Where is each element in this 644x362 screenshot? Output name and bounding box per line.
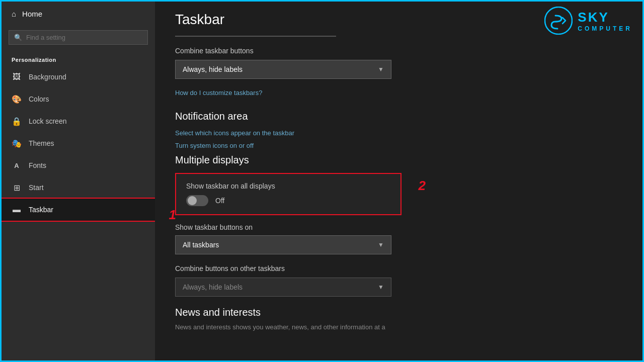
logo-sky-label: SKY [578,10,632,25]
sidebar-item-colors[interactable]: 🎨 Colors [2,88,155,110]
lock-screen-icon: 🔒 [12,116,22,126]
show-taskbar-toggle-box: Show taskbar on all displays Off 2 [175,173,401,215]
home-label: Home [22,10,42,18]
combine-other-arrow-icon: ▼ [378,284,384,291]
notification-area-header: Notification area [175,111,622,122]
combine-other-label: Combine buttons on other taskbars [175,264,622,273]
search-container: 🔍 [2,26,155,52]
all-taskbars-arrow-icon: ▼ [378,241,384,248]
sidebar: ⌂ Home 🔍 Personalization 🖼 Background 🎨 … [2,2,155,360]
multiple-displays-header: Multiple displays [175,154,622,166]
toggle-knob [188,196,197,205]
logo-computer-label: COMPUTER [578,25,632,32]
sidebar-item-lock-screen[interactable]: 🔒 Lock screen [2,110,155,132]
show-taskbar-label: Show taskbar on all displays [186,182,390,190]
logo-text: SKY COMPUTER [578,10,632,32]
show-taskbar-toggle[interactable] [186,195,208,206]
lock-screen-label: Lock screen [29,117,66,125]
themes-icon: 🎭 [12,138,22,148]
combine-value: Always, hide labels [183,65,243,73]
toggle-row: Off [186,195,390,206]
combine-other-dropdown[interactable]: Always, hide labels ▼ [175,278,391,297]
sidebar-item-background[interactable]: 🖼 Background [2,66,155,88]
all-taskbars-value: All taskbars [183,241,219,249]
combine-other-value: Always, hide labels [183,283,243,291]
home-nav-item[interactable]: ⌂ Home [2,2,155,26]
background-label: Background [29,73,66,81]
fonts-icon: A [12,160,22,170]
taskbar-label: Taskbar [29,206,53,214]
start-icon: ⊞ [12,183,22,193]
show-buttons-label: Show taskbar buttons on [175,223,622,231]
sky-computer-logo-icon [544,7,573,35]
logo-area: SKY COMPUTER [544,7,632,35]
notification-icons-link[interactable]: Select which icons appear on the taskbar [175,129,622,137]
themes-label: Themes [29,139,54,147]
divider [175,36,336,37]
taskbar-icon: ▬ [12,205,22,215]
background-icon: 🖼 [12,72,22,82]
search-box[interactable]: 🔍 [9,30,148,45]
customize-taskbars-link[interactable]: How do I customize taskbars? [175,89,622,97]
toggle-state-label: Off [215,197,224,205]
search-icon: 🔍 [14,34,22,41]
fonts-label: Fonts [29,161,46,169]
combine-dropdown[interactable]: Always, hide labels ▼ [175,60,391,79]
sidebar-item-fonts[interactable]: A Fonts [2,154,155,176]
sidebar-item-taskbar[interactable]: ▬ Taskbar 1 [2,199,155,221]
step-1-annotation: 1 [169,207,176,223]
start-label: Start [29,184,44,192]
main-content: SKY COMPUTER Taskbar Combine taskbar but… [155,2,642,360]
step-2-annotation: 2 [419,178,426,194]
sidebar-item-start[interactable]: ⊞ Start [2,176,155,199]
dropdown-arrow-icon: ▼ [378,66,384,73]
search-input[interactable] [26,34,142,41]
personalization-section-label: Personalization [2,52,155,66]
news-description: News and interests shows you weather, ne… [175,323,622,331]
sidebar-item-themes[interactable]: 🎭 Themes [2,132,155,154]
system-icons-link[interactable]: Turn system icons on or off [175,142,622,149]
combine-label: Combine taskbar buttons [175,47,622,55]
colors-label: Colors [29,95,49,103]
all-taskbars-dropdown[interactable]: All taskbars ▼ [175,235,391,254]
news-header: News and interests [175,307,622,318]
home-icon: ⌂ [12,10,16,18]
colors-icon: 🎨 [12,94,22,104]
